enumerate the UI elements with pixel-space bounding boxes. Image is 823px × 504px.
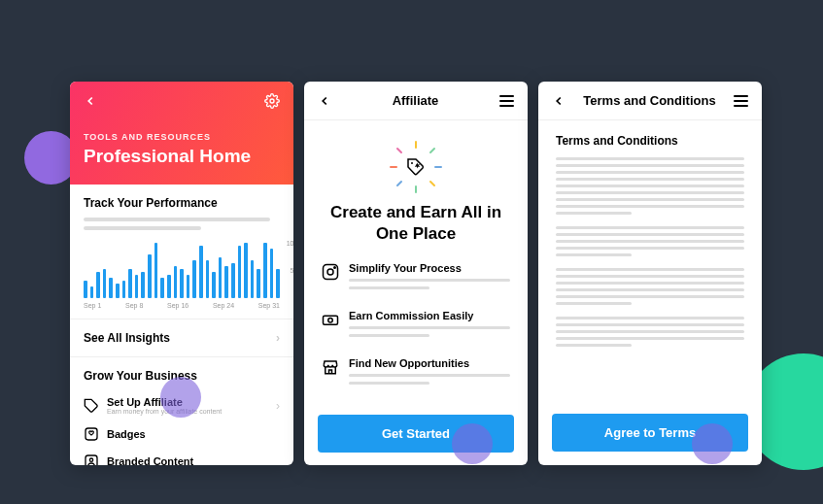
svg-line-10 (430, 182, 434, 185)
chart-bar (263, 243, 267, 298)
back-button[interactable] (552, 94, 566, 108)
terms-screen: Terms and Conditions Terms and Condition… (538, 82, 762, 465)
chart-bar (116, 284, 120, 298)
tag-icon (84, 398, 99, 414)
chart-bar (96, 272, 100, 298)
chart-bar (224, 266, 228, 298)
chart-bar (192, 260, 196, 298)
chart-bar (148, 254, 152, 298)
highlight-indicator (452, 423, 493, 464)
menu-button[interactable] (499, 95, 514, 107)
chart-bar (122, 281, 126, 298)
chevron-right-icon: › (276, 331, 280, 345)
svg-point-15 (327, 269, 333, 275)
chart-bar (84, 281, 87, 298)
highlight-indicator (692, 423, 733, 464)
settings-icon[interactable] (264, 93, 280, 109)
chart-bar (187, 275, 190, 298)
chart-bar (109, 278, 113, 298)
performance-section: Track Your Performance 10k 5k Sep 1 Sep … (70, 185, 293, 319)
branded-content-item[interactable]: Branded Content (84, 448, 280, 465)
chart-bar (270, 249, 274, 298)
chart-bar (276, 269, 280, 298)
header-bar: Terms and Conditions (538, 82, 762, 120)
affiliate-title: Create and Earn All in One Place (322, 202, 510, 245)
chart-bar (174, 266, 178, 298)
chart-bar (244, 243, 248, 298)
y-label: 5k (291, 267, 293, 274)
terms-paragraph (556, 157, 744, 215)
svg-rect-17 (324, 316, 338, 324)
money-icon (322, 311, 339, 328)
header-title: Affiliate (393, 93, 439, 108)
performance-chart: 10k 5k (84, 240, 280, 298)
highlight-indicator (160, 377, 201, 418)
svg-line-9 (397, 149, 401, 152)
chart-bar (238, 246, 242, 298)
section-title: Track Your Performance (84, 196, 280, 210)
see-all-insights-link[interactable]: See All Insights › (70, 319, 293, 357)
find-opportunities-item: Find New Opportunities (322, 357, 510, 389)
terms-paragraph (556, 226, 744, 256)
chart-bar (180, 269, 184, 298)
chart-bar (231, 263, 235, 298)
user-icon (84, 454, 99, 465)
simplify-process-item: Simplify Your Process (322, 262, 510, 294)
svg-point-13 (411, 162, 413, 164)
back-button[interactable] (318, 94, 331, 108)
terms-paragraph (556, 268, 744, 305)
header-gradient: TOOLS AND RESOURCES Professional Home (70, 82, 293, 185)
skeleton-line (84, 226, 201, 230)
chart-bar (251, 260, 255, 298)
back-button[interactable] (84, 94, 97, 108)
menu-button[interactable] (734, 95, 748, 107)
svg-rect-2 (86, 428, 97, 440)
badges-item[interactable]: Badges (84, 420, 280, 448)
chart-bar (154, 243, 158, 298)
chart-bar (167, 275, 171, 298)
chart-bar (103, 269, 107, 298)
chart-bar (212, 272, 216, 298)
instagram-icon (322, 263, 339, 281)
svg-line-11 (397, 182, 401, 185)
chart-bar (141, 272, 145, 298)
chevron-right-icon: › (276, 399, 280, 413)
chart-bar (128, 269, 132, 298)
svg-point-16 (334, 267, 336, 269)
header-bar: Affiliate (304, 82, 528, 120)
shop-icon (322, 358, 339, 376)
earn-commission-item: Earn Commission Easily (322, 310, 510, 342)
header-title: Terms and Conditions (583, 93, 715, 108)
terms-paragraph (556, 317, 744, 347)
svg-point-0 (270, 99, 274, 103)
svg-point-18 (328, 319, 333, 323)
header-subtitle: TOOLS AND RESOURCES (84, 132, 280, 142)
svg-point-4 (89, 458, 92, 461)
chart-bar (199, 246, 203, 298)
chart-bar (219, 257, 223, 298)
page-title: Professional Home (84, 146, 280, 167)
svg-line-12 (430, 149, 434, 152)
chart-bar (206, 260, 210, 298)
chart-bar (257, 269, 260, 298)
terms-title: Terms and Conditions (556, 134, 744, 148)
skeleton-line (84, 218, 270, 221)
chart-bar (135, 275, 139, 298)
terms-content: Terms and Conditions (538, 120, 762, 414)
heart-icon (84, 426, 99, 442)
x-axis: Sep 1 Sep 8 Sep 16 Sep 24 Sep 31 (84, 302, 280, 309)
affiliate-screen: Affiliate (304, 82, 528, 465)
chart-bar (90, 286, 94, 298)
tag-sparkle-icon (396, 148, 435, 186)
chart-bar (160, 278, 164, 298)
y-label: 10k (287, 240, 293, 247)
